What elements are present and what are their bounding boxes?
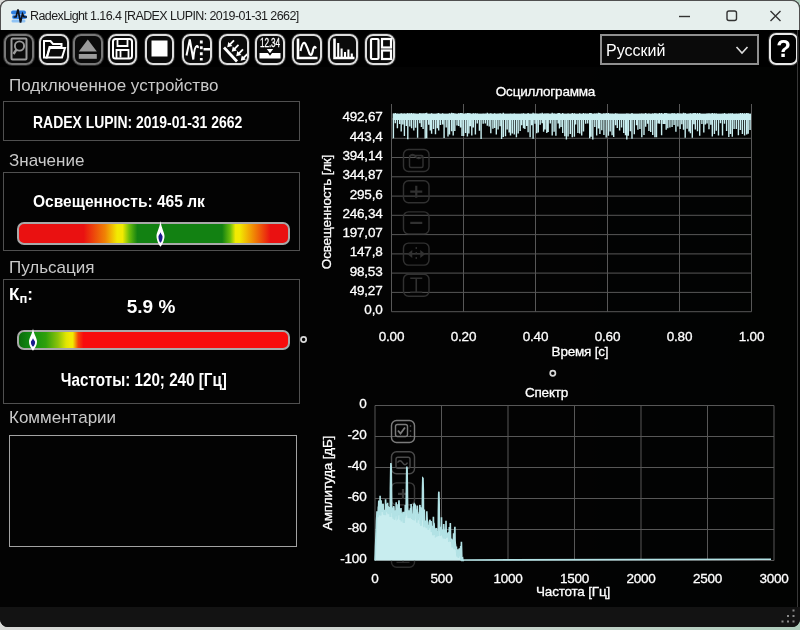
svg-text:Частота [Гц]: Частота [Гц]: [536, 584, 610, 599]
svg-text:1.00: 1.00: [739, 329, 764, 344]
svg-text:-100: -100: [340, 551, 366, 566]
svg-text:0,0: 0,0: [364, 302, 382, 317]
svg-text:Время [с]: Время [с]: [552, 344, 609, 359]
svg-text:1000: 1000: [493, 571, 522, 586]
svg-text:Амплитуда [дБ]: Амплитуда [дБ]: [320, 436, 335, 530]
svg-text:0.00: 0.00: [379, 329, 404, 344]
svg-text:Осциллограмма: Осциллограмма: [496, 84, 596, 99]
svg-text:0.20: 0.20: [451, 329, 476, 344]
svg-text:2500: 2500: [693, 571, 722, 586]
svg-text:98,53: 98,53: [350, 264, 383, 279]
svg-text:-20: -20: [348, 427, 367, 442]
svg-text:147,8: 147,8: [350, 244, 383, 259]
svg-text:2000: 2000: [626, 571, 655, 586]
svg-text:246,34: 246,34: [342, 206, 383, 221]
svg-text:3000: 3000: [759, 571, 788, 586]
svg-text:-80: -80: [348, 520, 367, 535]
svg-text:492,67: 492,67: [342, 109, 382, 124]
svg-text:500: 500: [431, 571, 453, 586]
svg-text:0.40: 0.40: [523, 329, 548, 344]
svg-text:0.80: 0.80: [667, 329, 692, 344]
svg-text:0: 0: [371, 571, 378, 586]
svg-text:394,14: 394,14: [342, 148, 383, 163]
svg-text:49,27: 49,27: [350, 283, 383, 298]
svg-text:-60: -60: [348, 489, 367, 504]
svg-text:0.60: 0.60: [595, 329, 620, 344]
svg-text:197,07: 197,07: [342, 225, 382, 240]
svg-text:-40: -40: [348, 458, 367, 473]
svg-text:0: 0: [359, 396, 366, 411]
svg-text:295,6: 295,6: [350, 187, 383, 202]
svg-text:344,87: 344,87: [342, 167, 382, 182]
svg-text:443,4: 443,4: [350, 129, 383, 144]
svg-text:Спектр: Спектр: [525, 385, 568, 400]
svg-text:Освещенность [лк]: Освещенность [лк]: [319, 155, 334, 269]
